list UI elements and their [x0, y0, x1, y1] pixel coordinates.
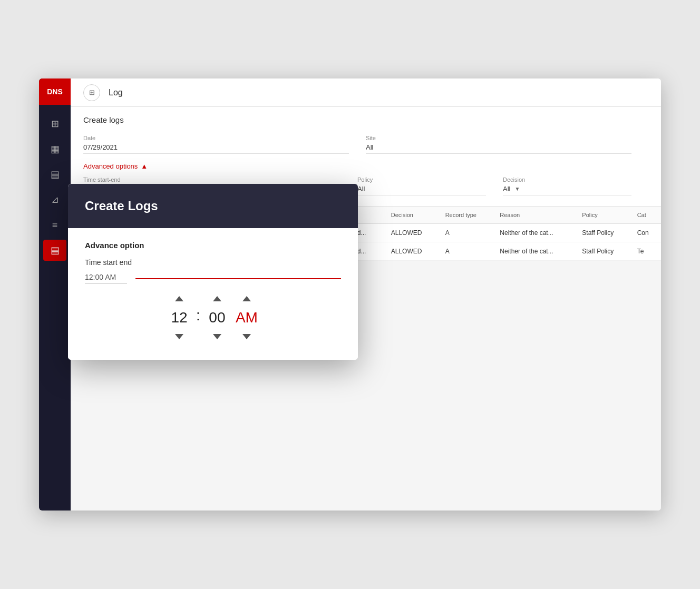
- policy-field: Policy All: [357, 176, 503, 195]
- filter-section-title: Create logs: [83, 115, 648, 124]
- analytics-icon: ▦: [51, 143, 60, 155]
- ampm-value[interactable]: AM: [234, 309, 259, 326]
- logs-icon: ▤: [51, 244, 60, 256]
- ampm-up-button[interactable]: [238, 292, 255, 305]
- col-category: Cat: [631, 207, 661, 224]
- cell-policy: Staff Policy: [576, 242, 630, 261]
- time-label: Time start-end: [83, 176, 341, 183]
- hour-down-button[interactable]: [171, 330, 188, 343]
- cell-reason: Neither of the cat...: [493, 224, 576, 242]
- decision-value[interactable]: All ▼: [503, 185, 631, 195]
- hour-up-button[interactable]: [171, 292, 188, 305]
- sidebar-item-list[interactable]: ▤: [43, 164, 66, 185]
- time-display-text: 12:00 AM: [85, 273, 127, 284]
- date-field: Date 07/29/2021: [83, 135, 366, 154]
- advanced-options-label: Advanced options: [83, 162, 138, 170]
- filter-row-1: Date 07/29/2021 Site All: [83, 135, 648, 154]
- cell-category: Te: [631, 242, 661, 261]
- ampm-down-icon: [242, 332, 251, 341]
- minute-up-button[interactable]: [209, 292, 226, 305]
- cell-policy: Staff Policy: [576, 224, 630, 242]
- date-label: Date: [83, 135, 349, 141]
- decision-field: Decision All ▼: [503, 176, 648, 195]
- site-value[interactable]: All: [366, 143, 631, 154]
- time-display-row: 12:00 AM: [85, 273, 341, 284]
- col-policy: Policy: [576, 207, 630, 224]
- ampm-up-icon: [242, 294, 251, 303]
- cell-record-type: A: [439, 224, 494, 242]
- modal-title: Create Logs: [85, 199, 341, 213]
- hour-column: 12: [167, 292, 192, 343]
- decision-label: Decision: [503, 176, 631, 183]
- minute-down-button[interactable]: [209, 330, 226, 343]
- cell-decision: ALLOWED: [385, 224, 439, 242]
- hour-up-icon: [175, 294, 183, 303]
- modal-body: Advance option Time start end 12:00 AM 1…: [68, 228, 358, 360]
- minute-up-icon: [213, 294, 221, 303]
- menu-icon: ⊞: [89, 89, 95, 96]
- sidebar-item-analytics[interactable]: ▦: [43, 139, 66, 160]
- menu-button[interactable]: ⊞: [83, 84, 100, 101]
- cell-category: Con: [631, 224, 661, 242]
- page-title: Log: [109, 88, 123, 97]
- minute-value: 00: [205, 309, 230, 326]
- modal-header: Create Logs: [68, 184, 358, 228]
- col-reason: Reason: [493, 207, 576, 224]
- filter-icon: ⊿: [51, 194, 59, 205]
- minute-column: 00: [205, 292, 230, 343]
- time-colon: :: [196, 307, 200, 328]
- sidebar-item-dashboard[interactable]: ⊞: [43, 113, 66, 134]
- time-picker: 12 : 00: [85, 292, 341, 343]
- policy-value[interactable]: All: [357, 185, 486, 195]
- sidebar: DNS ⊞ ▦ ▤ ⊿ ≡ ▤: [39, 78, 71, 511]
- cell-decision: ALLOWED: [385, 242, 439, 261]
- sidebar-item-reports[interactable]: ≡: [43, 214, 66, 235]
- hour-value: 12: [167, 309, 192, 326]
- advanced-options-button[interactable]: Advanced options ▲: [83, 162, 148, 170]
- col-decision: Decision: [385, 207, 439, 224]
- modal-field-label: Time start end: [85, 258, 341, 267]
- list-icon: ▤: [51, 169, 60, 180]
- sidebar-item-filter[interactable]: ⊿: [43, 189, 66, 210]
- minute-down-icon: [213, 332, 221, 341]
- date-value[interactable]: 07/29/2021: [83, 143, 349, 154]
- ampm-column: AM: [234, 292, 259, 343]
- col-record-type: Record type: [439, 207, 494, 224]
- page-header: ⊞ Log: [71, 78, 661, 107]
- dashboard-icon: ⊞: [51, 118, 59, 130]
- time-red-line: [135, 278, 341, 279]
- modal-section-title: Advance option: [85, 241, 341, 250]
- policy-label: Policy: [357, 176, 486, 183]
- modal-card: Create Logs Advance option Time start en…: [68, 184, 358, 360]
- app-logo: DNS: [39, 78, 71, 105]
- hour-down-icon: [175, 332, 183, 341]
- ampm-down-button[interactable]: [238, 330, 255, 343]
- decision-dropdown-arrow: ▼: [514, 186, 520, 192]
- reports-icon: ≡: [52, 220, 58, 231]
- chevron-up-icon: ▲: [141, 162, 148, 170]
- cell-record-type: A: [439, 242, 494, 261]
- cell-reason: Neither of the cat...: [493, 242, 576, 261]
- site-field: Site All: [366, 135, 648, 154]
- sidebar-nav: ⊞ ▦ ▤ ⊿ ≡ ▤: [43, 105, 66, 511]
- site-label: Site: [366, 135, 631, 141]
- sidebar-item-logs[interactable]: ▤: [43, 240, 66, 261]
